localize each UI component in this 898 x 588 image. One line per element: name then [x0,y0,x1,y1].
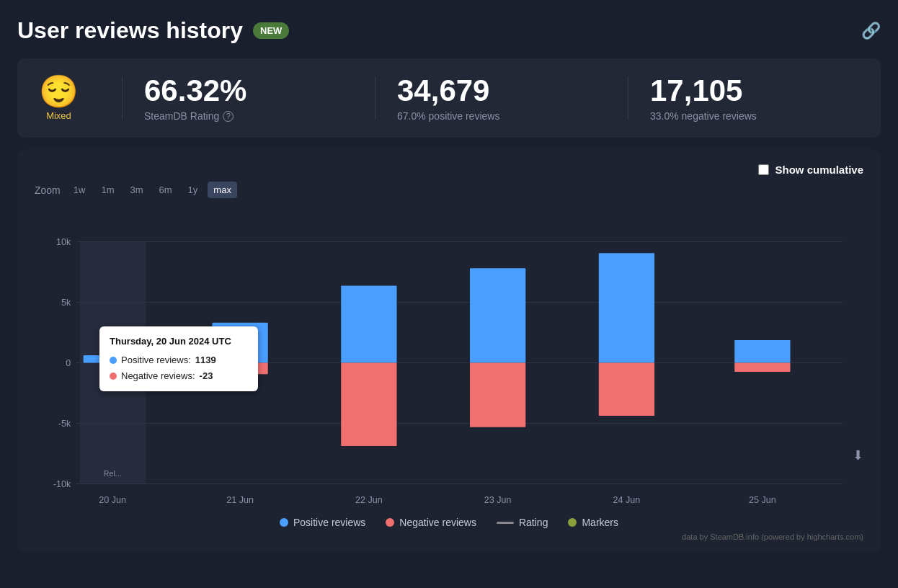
rating-emoji: 😌 [39,76,79,107]
download-icon[interactable]: ⬇ [853,447,863,463]
svg-rect-27 [734,340,790,363]
legend-negative-label: Negative reviews [399,517,476,528]
chart-tooltip: Thursday, 20 Jun 2024 UTC Positive revie… [99,326,258,391]
zoom-label: Zoom [35,184,61,196]
chart-legend: Positive reviews Negative reviews Rating… [35,517,863,528]
svg-text:-5k: -5k [58,417,71,429]
divider-2 [375,76,375,120]
tooltip-positive-value: 1139 [195,352,216,368]
attribution: data by SteamDB.info (powered by highcha… [35,533,863,541]
legend-markers-label: Markers [582,517,618,528]
legend-positive-dot [280,518,288,527]
zoom-max[interactable]: max [208,182,237,198]
zoom-3m[interactable]: 3m [124,182,148,198]
legend-negative: Negative reviews [386,517,476,528]
svg-rect-26 [599,363,654,416]
zoom-6m[interactable]: 6m [154,182,178,198]
svg-rect-23 [470,268,525,362]
svg-text:24 Jun: 24 Jun [613,494,641,505]
zoom-1w[interactable]: 1w [68,182,92,198]
legend-rating-line [497,522,514,524]
total-reviews: 34,679 [397,74,606,107]
legend-rating-label: Rating [519,517,548,528]
tooltip-negative-value: -23 [200,368,213,384]
svg-text:0: 0 [66,357,71,368]
new-badge: NEW [253,22,289,39]
svg-text:21 Jun: 21 Jun [226,494,254,505]
legend-rating: Rating [497,517,548,528]
svg-rect-28 [734,363,790,373]
negative-reviews: 17,105 [650,74,859,107]
svg-text:Rel...: Rel... [104,469,122,478]
title-group: User reviews history NEW [17,17,289,44]
show-cumulative-toggle[interactable]: Show cumulative [758,164,863,176]
cumulative-checkbox[interactable] [758,164,769,175]
svg-text:25 Jun: 25 Jun [749,494,776,505]
tooltip-negative-label: Negative reviews: [121,368,195,384]
tooltip-positive-label: Positive reviews: [121,352,191,368]
cumulative-label: Show cumulative [775,164,863,176]
svg-text:20 Jun: 20 Jun [99,494,126,505]
legend-positive: Positive reviews [280,517,365,528]
tooltip-positive-row: Positive reviews: 1139 [110,352,248,368]
svg-rect-25 [599,253,654,362]
page-header: User reviews history NEW 🔗 [17,17,881,44]
tooltip-date: Thursday, 20 Jun 2024 UTC [110,334,248,349]
legend-markers-dot [568,518,577,527]
zoom-bar: Zoom 1w 1m 3m 6m 1y max [35,182,863,198]
tooltip-negative-row: Negative reviews: -23 [110,368,248,384]
rating-percent: 66.32% [144,74,353,107]
svg-text:5k: 5k [61,296,71,308]
svg-text:-10k: -10k [53,478,71,489]
positive-pct: 67.0% positive reviews [397,110,606,122]
tooltip-negative-dot [110,373,117,380]
zoom-1m[interactable]: 1m [95,182,120,198]
svg-rect-24 [470,363,525,427]
rating-block: 66.32% SteamDB Rating ? [144,74,353,122]
rating-label: Mixed [46,110,71,121]
page-title: User reviews history [17,17,243,44]
chart-header: Show cumulative [35,164,863,176]
legend-positive-label: Positive reviews [293,517,365,528]
svg-text:22 Jun: 22 Jun [355,494,383,505]
chart-area: 10k 5k 0 -5k -10k 20 Jun 21 Jun 22 Jun 2… [35,204,863,507]
stats-card: 😌 Mixed 66.32% SteamDB Rating ? 34,679 6… [17,58,881,138]
rating-sub: SteamDB Rating ? [144,110,353,122]
negative-pct: 33.0% negative reviews [650,110,859,122]
svg-text:23 Jun: 23 Jun [484,494,512,505]
legend-negative-dot [386,518,394,527]
svg-text:10k: 10k [56,236,71,247]
divider-1 [122,76,123,120]
help-icon[interactable]: ? [223,111,234,122]
negative-reviews-block: 17,105 33.0% negative reviews [650,74,859,122]
rating-emoji-block: 😌 Mixed [39,76,79,121]
legend-markers: Markers [568,517,618,528]
tooltip-positive-dot [110,357,117,364]
link-icon[interactable]: 🔗 [861,22,881,40]
total-reviews-block: 34,679 67.0% positive reviews [397,74,606,122]
divider-3 [628,76,628,120]
chart-card: Show cumulative Zoom 1w 1m 3m 6m 1y max … [17,149,881,553]
zoom-1y[interactable]: 1y [182,182,204,198]
svg-rect-22 [341,363,396,447]
svg-rect-21 [341,286,396,363]
